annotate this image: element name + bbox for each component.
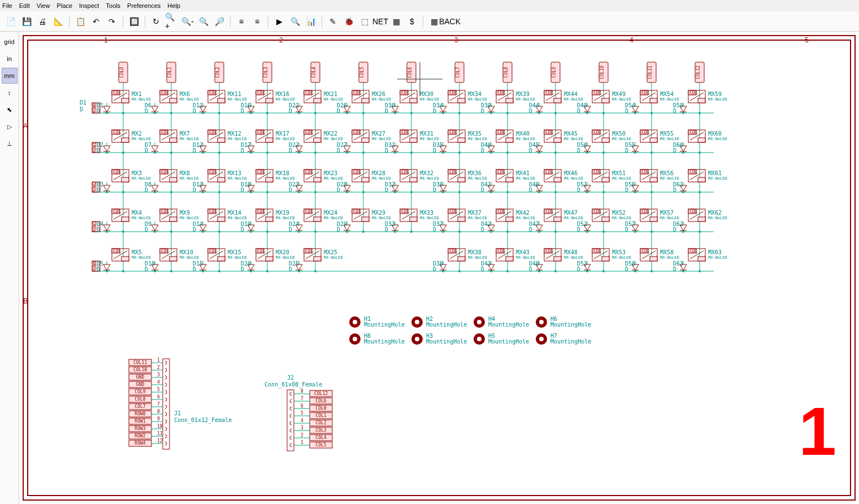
svg-text:D: D xyxy=(97,187,100,193)
no-connect-icon[interactable]: ⊥ xyxy=(2,136,18,151)
schematic-canvas[interactable]: 12345AB COL0COL1COL2COL3COL4COL5COL6COL7… xyxy=(19,32,859,504)
svg-point-654 xyxy=(506,270,509,272)
svg-point-934 xyxy=(699,270,701,272)
find-icon[interactable]: 🔍 xyxy=(288,14,302,29)
svg-rect-970 xyxy=(163,359,170,449)
svg-text:COL8: COL8 xyxy=(135,397,145,402)
menu-view[interactable]: View xyxy=(37,2,50,9)
svg-text:MX-NoLED: MX-NoLED xyxy=(468,255,487,260)
svg-text:MX-NoLED: MX-NoLED xyxy=(228,97,247,102)
back-icon[interactable]: BACK xyxy=(442,14,457,29)
svg-text:COL: COL xyxy=(305,249,314,254)
svg-rect-576 xyxy=(458,257,465,261)
undo-icon[interactable]: ↶ xyxy=(89,14,103,29)
svg-text:MX22: MX22 xyxy=(324,131,337,137)
svg-text:COL: COL xyxy=(209,170,218,175)
menu-inspect[interactable]: Inspect xyxy=(79,2,99,9)
svg-point-109 xyxy=(106,231,108,233)
erc-icon[interactable]: ▶ xyxy=(272,14,287,29)
zoom-window-icon[interactable]: 🔍 xyxy=(196,14,211,29)
svg-text:COL8: COL8 xyxy=(504,67,509,77)
svg-text:MX31: MX31 xyxy=(420,131,433,137)
svg-rect-898 xyxy=(698,177,705,182)
svg-text:MX40: MX40 xyxy=(516,131,530,137)
svg-point-781 xyxy=(586,231,588,233)
svg-text:MX-NoLED: MX-NoLED xyxy=(180,216,199,220)
annotate-icon[interactable]: ✎ xyxy=(326,14,340,29)
menu-place[interactable]: Place xyxy=(57,2,72,9)
refresh-icon[interactable]: ↻ xyxy=(149,14,163,29)
svg-text:COL5: COL5 xyxy=(315,442,326,447)
select-tool-icon[interactable]: ⬉ xyxy=(2,102,18,118)
svg-text:D: D xyxy=(289,266,292,272)
svg-point-333 xyxy=(250,270,252,272)
svg-text:D: D xyxy=(385,227,388,233)
net-icon[interactable]: NET xyxy=(373,14,388,29)
svg-text:COL: COL xyxy=(161,249,170,254)
svg-text:COL: COL xyxy=(593,209,602,214)
svg-text:COL: COL xyxy=(353,170,362,175)
page-settings-icon[interactable]: 📐 xyxy=(51,14,66,29)
svg-text:MX50: MX50 xyxy=(612,131,626,137)
menu-preferences[interactable]: Preferences xyxy=(127,2,160,9)
svg-point-402 xyxy=(314,270,316,272)
svg-point-346 xyxy=(314,112,316,114)
svg-text:MX-NoLED: MX-NoLED xyxy=(132,176,151,181)
svg-text:COL: COL xyxy=(401,209,410,214)
svg-text:MX59: MX59 xyxy=(708,91,722,97)
print-icon[interactable]: 🖨 xyxy=(35,14,50,29)
svg-text:ROW1: ROW1 xyxy=(135,419,145,424)
menu-tools[interactable]: Tools xyxy=(106,2,120,9)
bug-icon[interactable]: 🐞 xyxy=(341,14,356,29)
svg-text:COL: COL xyxy=(161,90,170,95)
svg-text:COL1: COL1 xyxy=(315,413,326,418)
svg-rect-128 xyxy=(170,98,177,103)
new-icon[interactable]: 📄 xyxy=(3,14,18,29)
netlist-icon[interactable]: 📊 xyxy=(303,14,318,29)
hierarchy-up-icon[interactable]: ≡ xyxy=(250,14,264,29)
svg-point-263 xyxy=(202,270,204,272)
zoom-fit-icon[interactable]: 🔲 xyxy=(127,14,141,29)
menu-file[interactable]: File xyxy=(2,2,12,9)
svg-text:MX-NoLED: MX-NoLED xyxy=(516,255,535,260)
zoom-out-icon[interactable]: 🔍- xyxy=(180,14,195,29)
svg-point-304 xyxy=(266,191,268,193)
svg-point-234 xyxy=(218,191,220,193)
svg-text:11: 11 xyxy=(157,431,163,436)
units-in-button[interactable]: in xyxy=(2,51,18,67)
svg-rect-142 xyxy=(170,138,177,142)
spreadsheet-icon[interactable]: ▦ xyxy=(389,14,404,29)
footprint-icon[interactable]: ⬚ xyxy=(357,14,372,29)
svg-point-319 xyxy=(250,231,252,233)
svg-text:MX-NoLED: MX-NoLED xyxy=(420,97,439,102)
svg-text:MX-NoLED: MX-NoLED xyxy=(564,137,583,141)
units-mm-button[interactable]: mm xyxy=(2,68,18,84)
svg-text:D: D xyxy=(625,108,628,114)
grid-icon[interactable]: grid xyxy=(2,34,18,50)
svg-text:MX39: MX39 xyxy=(516,91,530,97)
svg-text:D: D xyxy=(241,187,244,193)
svg-point-640 xyxy=(506,231,509,233)
svg-text:COL: COL xyxy=(545,170,554,175)
svg-point-851 xyxy=(634,231,636,233)
zoom-selection-icon[interactable]: 🔎 xyxy=(212,14,227,29)
svg-text:MX-NoLED: MX-NoLED xyxy=(516,137,535,141)
svg-rect-184 xyxy=(170,257,177,261)
cursor-full-icon[interactable]: ↕ xyxy=(2,85,18,101)
highlight-tool-icon[interactable]: ▷ xyxy=(2,119,18,134)
svg-text:MX55: MX55 xyxy=(660,131,674,137)
svg-text:MX-NoLED: MX-NoLED xyxy=(564,97,583,102)
svg-text:COL: COL xyxy=(401,130,410,135)
zoom-in-icon[interactable]: 🔍+ xyxy=(164,14,179,29)
paste-icon[interactable]: 📋 xyxy=(73,14,88,29)
redo-icon[interactable]: ↷ xyxy=(105,14,119,29)
svg-rect-786 xyxy=(602,257,609,261)
menu-help[interactable]: Help xyxy=(167,2,180,9)
svg-text:MX-NoLED: MX-NoLED xyxy=(180,176,199,181)
hierarchy-down-icon[interactable]: ≡ xyxy=(234,14,249,29)
svg-text:COL12: COL12 xyxy=(314,391,328,396)
save-icon[interactable]: 💾 xyxy=(19,14,34,29)
svg-text:D: D xyxy=(145,266,148,272)
menu-edit[interactable]: Edit xyxy=(19,2,30,9)
bom-icon[interactable]: $ xyxy=(405,14,419,29)
